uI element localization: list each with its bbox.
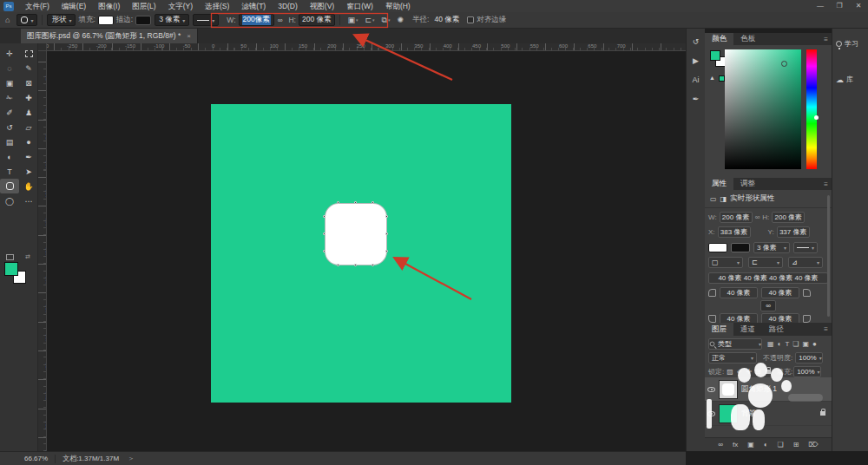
- hue-slider-marker[interactable]: [814, 115, 819, 120]
- tab-layers[interactable]: 图层: [705, 323, 733, 336]
- prop-fill-swatch[interactable]: [708, 243, 727, 252]
- radius-value[interactable]: 40 像素: [434, 15, 459, 25]
- clone-stamp-tool[interactable]: ♟: [19, 105, 38, 120]
- web-color-cube-icon[interactable]: [719, 75, 725, 82]
- tab-swatches[interactable]: 色板: [733, 33, 762, 45]
- stroke-caps-dropdown[interactable]: ⊏▾: [748, 257, 783, 268]
- brush-tool[interactable]: ✐: [0, 105, 19, 120]
- panel-menu-icon[interactable]: ≡: [820, 178, 832, 190]
- menu-item-help[interactable]: 帮助(H): [379, 0, 417, 12]
- ai-panel-icon[interactable]: Ai: [692, 75, 699, 84]
- tab-close-icon[interactable]: ×: [187, 32, 191, 40]
- link-corner-radii-icon[interactable]: ∞: [760, 300, 776, 311]
- ruler-origin-corner[interactable]: [38, 43, 47, 51]
- home-icon[interactable]: ⌂: [5, 16, 10, 24]
- actions-panel-icon[interactable]: ▶: [693, 56, 699, 65]
- menu-item-select[interactable]: 选择(S): [199, 0, 235, 12]
- blur-tool[interactable]: ●: [19, 134, 38, 149]
- tab-adjustments[interactable]: 调整: [733, 178, 762, 190]
- canvas-area[interactable]: [47, 51, 686, 451]
- vertical-ruler[interactable]: -50050100150200250300350400450500550600: [38, 51, 47, 451]
- tab-color[interactable]: 颜色: [705, 33, 733, 45]
- corner-tr-field[interactable]: 40 像素: [761, 287, 799, 298]
- gamut-warning-icon[interactable]: ▲: [709, 75, 715, 81]
- layer-mask-icon[interactable]: ▣: [747, 441, 754, 449]
- visibility-eye-icon[interactable]: [707, 387, 715, 392]
- stroke-corners-dropdown[interactable]: ⊿▾: [788, 257, 823, 268]
- artboard[interactable]: [211, 104, 511, 403]
- filter-shape-layers-icon[interactable]: ❏: [792, 340, 799, 348]
- history-brush-tool[interactable]: ↺: [0, 120, 19, 134]
- horizontal-ruler[interactable]: -300-250-200-150-100-5005010015020025030…: [47, 43, 686, 51]
- radius-summary-field[interactable]: 40 像素 40 像素 40 像素 40 像素: [708, 272, 828, 284]
- lasso-tool[interactable]: ◌: [0, 61, 19, 75]
- panel-menu-icon[interactable]: ≡: [820, 33, 832, 45]
- learn-panel-button[interactable]: 学习: [832, 34, 868, 54]
- corner-tl-field[interactable]: 40 像素: [720, 287, 758, 298]
- libraries-panel-button[interactable]: ☁ 库: [832, 69, 868, 89]
- filter-adjustment-layers-icon[interactable]: ◐: [778, 340, 782, 348]
- healing-brush-tool[interactable]: ✚: [19, 90, 38, 105]
- layer-filter-type-dropdown[interactable]: 类型 ▾: [708, 338, 762, 350]
- rectangular-marquee-tool[interactable]: [19, 46, 38, 61]
- prop-height-field[interactable]: 200 像素: [772, 212, 805, 223]
- stroke-width-field[interactable]: 3 像素▾: [155, 14, 189, 26]
- menu-item-view[interactable]: 视图(V): [304, 0, 340, 12]
- zoom-level-field[interactable]: 66.67%: [24, 455, 48, 462]
- path-operations-icon[interactable]: ▣▾: [348, 16, 358, 24]
- path-alignment-icon[interactable]: ⊏▾: [365, 16, 375, 24]
- hand-tool[interactable]: ✋: [19, 179, 38, 193]
- stroke-type-dropdown[interactable]: ▾: [193, 14, 219, 26]
- stroke-color-swatch[interactable]: [135, 16, 151, 25]
- foreground-color-swatch[interactable]: [4, 262, 18, 276]
- tab-paths[interactable]: 路径: [762, 323, 791, 336]
- eraser-tool[interactable]: ▱: [19, 120, 38, 134]
- crop-tool[interactable]: ▣: [0, 75, 19, 90]
- menu-item-window[interactable]: 窗口(W): [340, 0, 379, 12]
- frame-tool[interactable]: ⊠: [19, 75, 38, 90]
- prop-link-icon[interactable]: ∞: [755, 213, 760, 221]
- stroke-align-dropdown[interactable]: ▢▾: [708, 257, 743, 268]
- path-arrangement-icon[interactable]: ⧉▾: [382, 16, 391, 25]
- gradient-tool[interactable]: ▤: [0, 134, 19, 149]
- adjustment-layer-icon[interactable]: ◐: [764, 441, 768, 449]
- align-edges-checkbox[interactable]: [467, 16, 474, 23]
- menu-item-type[interactable]: 文字(Y): [162, 0, 199, 12]
- panel-menu-icon[interactable]: ≡: [820, 323, 832, 336]
- tool-mode-dropdown[interactable]: 形状▾: [47, 14, 76, 26]
- prop-x-field[interactable]: 383 像素: [718, 226, 751, 238]
- status-options-chevron[interactable]: ＞: [128, 454, 135, 463]
- menu-item-file[interactable]: 文件(F): [19, 0, 56, 12]
- new-layer-icon[interactable]: ⊞: [793, 441, 799, 449]
- filter-smart-objects-icon[interactable]: ▣: [802, 340, 809, 348]
- prop-stroke-width-field[interactable]: 3 像素▾: [753, 242, 790, 253]
- rounded-rectangle-tool[interactable]: [0, 179, 19, 193]
- layer-row-background[interactable]: 背景: [705, 402, 832, 426]
- rounded-rectangle-shape[interactable]: [325, 203, 387, 265]
- quick-selection-tool[interactable]: ✎: [19, 61, 38, 75]
- color-picker-marker[interactable]: [781, 61, 787, 67]
- shape-settings-gear-icon[interactable]: ✺: [398, 16, 404, 24]
- tab-properties[interactable]: 属性: [705, 178, 733, 190]
- panel-foreground-swatch[interactable]: [710, 50, 720, 61]
- pen-panel-icon[interactable]: ✒: [693, 95, 700, 103]
- edit-toolbar[interactable]: ⋯: [19, 193, 38, 208]
- layer-effects-icon[interactable]: fx: [733, 441, 738, 449]
- filter-toggle-icon[interactable]: ●: [812, 340, 817, 348]
- lock-transparency-icon[interactable]: ▨: [727, 368, 733, 376]
- fill-color-swatch[interactable]: [98, 16, 114, 25]
- link-dimensions-icon[interactable]: ∞: [278, 16, 283, 24]
- menu-item-layer[interactable]: 图层(L): [126, 0, 161, 12]
- menu-item-image[interactable]: 图像(I): [92, 0, 126, 12]
- path-selection-tool[interactable]: ➤: [19, 164, 38, 179]
- hue-slider[interactable]: [806, 49, 817, 169]
- opacity-field[interactable]: 100%▾: [795, 352, 823, 363]
- filter-pixel-layers-icon[interactable]: ▦: [767, 340, 774, 348]
- document-tab[interactable]: 图库图标.psd @ 66.7% (圆角矩形 1, RGB/8#) * ×: [21, 29, 198, 43]
- layer-thumbnail[interactable]: [719, 380, 738, 399]
- tool-preset-picker[interactable]: ▾: [16, 14, 37, 26]
- default-colors-icon[interactable]: [6, 254, 14, 260]
- zoom-tool[interactable]: ◯: [0, 193, 19, 208]
- move-tool[interactable]: ✛: [0, 46, 19, 61]
- prop-width-field[interactable]: 200 像素: [720, 212, 753, 223]
